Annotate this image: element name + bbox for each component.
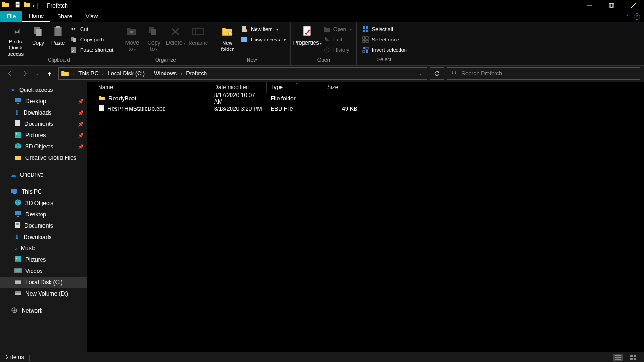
breadcrumb-item[interactable]: Windows [151,68,180,79]
nav-item-pictures[interactable]: Pictures📌 [0,130,87,141]
view-details-button[interactable] [613,354,623,361]
back-button[interactable] [4,67,16,80]
nav-item-3d-objects[interactable]: 3D Objects [0,197,87,209]
nav-this-pc[interactable]: This PC [0,186,87,197]
minimize-button[interactable] [579,0,601,11]
invert-selection-button[interactable]: Invert selection [360,45,409,55]
file-size: 49 KB [323,106,361,112]
nav-item-3d-objects[interactable]: 3D Objects📌 [0,141,87,152]
qat-dropdown-icon[interactable]: ▾ [33,3,35,8]
cut-button[interactable]: ✂Cut [68,24,115,34]
file-row[interactable]: ResPriHMStaticDb.ebd8/18/2020 3:20 PMEBD… [88,104,644,114]
nav-item-icon: ⬇ [14,109,20,116]
history-button[interactable]: History [321,45,354,55]
column-header-type[interactable]: Type⌄ [267,82,323,93]
file-list[interactable]: ReadyBoot8/17/2020 10:07 AMFile folderRe… [88,93,644,352]
file-row[interactable]: ReadyBoot8/17/2020 10:07 AMFile folder [88,93,644,104]
chevron-right-icon[interactable]: › [101,71,105,76]
move-to-button[interactable]: Move to▾ [121,23,143,57]
nav-item-new-volume-d-[interactable]: New Volume (D:) [0,288,87,299]
new-item-button[interactable]: New item▾ [239,24,288,34]
svg-rect-24 [241,37,247,42]
view-large-icons-button[interactable] [628,354,638,361]
tab-view[interactable]: View [79,11,104,22]
properties-qat-icon[interactable] [15,1,21,9]
chevron-right-icon[interactable]: › [180,71,183,76]
network-icon [10,307,18,315]
collapse-ribbon-icon[interactable]: ˄ [627,14,629,19]
nav-item-desktop[interactable]: Desktop📌 [0,96,87,107]
nav-network[interactable]: Network [0,305,87,316]
pin-icon: 📌 [78,122,83,127]
column-headers: Name Date modified Type⌄ Size [88,82,644,93]
properties-button[interactable]: Properties▾ [294,23,321,57]
svg-rect-28 [363,26,365,29]
nav-item-documents[interactable]: Documents📌 [0,118,87,130]
folder-qat-icon[interactable] [23,1,31,10]
recent-locations-button[interactable]: ⌄ [34,67,41,80]
nav-onedrive[interactable]: ☁OneDrive [0,169,87,181]
paste-shortcut-button[interactable]: Paste shortcut [68,45,115,55]
column-header-name[interactable]: Name [94,82,210,93]
nav-quick-access[interactable]: ★Quick access [0,84,87,96]
chevron-right-icon[interactable]: › [72,71,75,76]
refresh-button[interactable] [430,67,444,80]
help-icon[interactable]: ? [634,13,640,20]
tab-home[interactable]: Home [22,11,50,22]
nav-item-desktop[interactable]: Desktop [0,209,87,220]
svg-line-41 [455,74,457,76]
maximize-button[interactable] [601,0,622,11]
address-dropdown-icon[interactable]: ⌄ [415,70,426,77]
select-all-button[interactable]: Select all [360,24,409,34]
breadcrumb-item[interactable]: This PC [75,68,101,79]
nav-item-music[interactable]: ♪Music [0,243,87,254]
svg-rect-1 [17,3,19,4]
nav-item-downloads[interactable]: ⬇Downloads [0,231,87,243]
svg-rect-37 [366,47,368,49]
column-header-size[interactable]: Size [323,82,361,93]
paste-icon [50,24,66,39]
easy-access-button[interactable]: Easy access▾ [239,34,288,45]
history-icon [323,46,330,54]
copy-to-button[interactable]: Copy to▾ [143,23,165,57]
pin-to-quick-access-button[interactable]: Pin to Quick access [3,23,28,57]
svg-rect-51 [15,211,21,215]
nav-item-pictures[interactable]: Pictures [0,254,87,265]
delete-button[interactable]: Delete▾ [165,23,186,57]
forward-button[interactable] [19,67,31,80]
tab-share[interactable]: Share [50,11,79,22]
paste-button[interactable]: Paste [48,23,68,57]
chevron-right-icon[interactable]: › [148,71,151,76]
rename-icon [190,24,206,39]
select-none-button[interactable]: Select none [360,34,409,45]
svg-rect-45 [16,122,19,122]
nav-item-videos[interactable]: Videos [0,265,87,277]
nav-item-downloads[interactable]: ⬇Downloads📌 [0,107,87,118]
edit-button[interactable]: ✎Edit [321,34,354,45]
nav-item-local-disk-c-[interactable]: Local Disk (C:) [0,277,87,288]
nav-item-label: Creative Cloud Files [25,155,76,161]
pin-icon: 📌 [78,133,83,138]
properties-icon [300,24,315,39]
close-button[interactable] [622,0,644,11]
tab-file[interactable]: File [0,11,22,22]
ribbon: Pin to Quick access Copy Paste ✂Cut Copy… [0,22,644,66]
nav-item-creative-cloud-files[interactable]: Creative Cloud Files [0,152,87,164]
rename-button[interactable]: Rename [186,23,210,57]
nav-item-label: Pictures [25,256,46,263]
search-input[interactable] [462,70,636,77]
open-button[interactable]: Open▾ [321,24,354,34]
svg-rect-9 [36,29,42,36]
new-folder-button[interactable]: New folder [216,23,239,57]
nav-item-icon: ⬇ [14,233,20,241]
copy-path-button[interactable]: Copy path [68,34,115,45]
nav-item-documents[interactable]: Documents [0,220,87,231]
address-bar[interactable]: › This PC › Local Disk (C:) › Windows › … [58,67,427,80]
copy-button[interactable]: Copy [28,23,48,57]
breadcrumb-item[interactable]: Local Disk (C:) [105,68,148,79]
svg-rect-46 [16,123,19,123]
column-header-date[interactable]: Date modified [210,82,267,93]
search-box[interactable] [447,67,640,80]
breadcrumb-item[interactable]: Prefetch [183,68,210,79]
up-button[interactable] [43,67,56,80]
